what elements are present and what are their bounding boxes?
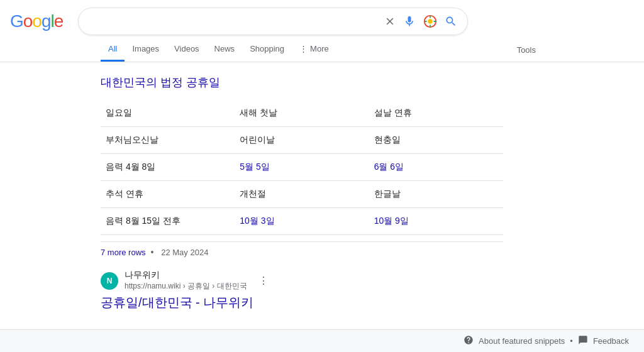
- table-cell: 한글날: [369, 181, 503, 208]
- result-title[interactable]: 공휴일/대한민국 - 나무위키: [101, 294, 503, 311]
- tab-news[interactable]: News: [207, 38, 243, 62]
- clear-button[interactable]: [384, 16, 396, 27]
- tools-button[interactable]: Tools: [509, 39, 543, 61]
- main-content: 대한민국의 법정 공휴일 일요일 새해 첫날 설날 연휴 부처님오신날 어린이날…: [0, 62, 644, 323]
- svg-point-1: [428, 19, 433, 23]
- tab-more[interactable]: ⋮ More: [292, 38, 336, 62]
- search-icon-group: [384, 14, 457, 28]
- table-cell: 음력 8월 15일 전후: [101, 208, 235, 235]
- search-button[interactable]: [445, 15, 457, 28]
- table-cell: 5월 5일: [235, 154, 369, 181]
- table-cell: 6월 6일: [369, 154, 503, 181]
- tab-all[interactable]: All: [101, 38, 125, 62]
- lens-button[interactable]: [423, 14, 437, 28]
- table-link[interactable]: 6월 6일: [374, 162, 404, 172]
- table-row: 부처님오신날 어린이날 현충일: [101, 127, 503, 154]
- search-bar: 한국 휴일 한국어: [78, 8, 468, 35]
- table-link[interactable]: 10월 9일: [374, 216, 409, 226]
- snippet-date: 22 May 2024: [161, 248, 208, 257]
- table-cell: 새해 첫날: [235, 100, 369, 127]
- search-nav: All Images Videos News Shopping ⋮ More T…: [0, 38, 644, 62]
- table-cell: 일요일: [101, 100, 235, 127]
- tab-images[interactable]: Images: [125, 38, 167, 62]
- table-link[interactable]: 5월 5일: [240, 162, 269, 172]
- table-row: 일요일 새해 첫날 설날 연휴: [101, 100, 503, 127]
- result-site-name: 나무위키: [125, 270, 247, 281]
- featured-snippet: 대한민국의 법정 공휴일 일요일 새해 첫날 설날 연휴 부처님오신날 어린이날…: [101, 75, 543, 257]
- search-result: N 나무위키 https://namu.wiki › 공휴일 › 대한민국 ⋮ …: [101, 270, 503, 311]
- table-row: 음력 8월 15일 전후 10월 3일 10월 9일: [101, 208, 503, 235]
- table-link[interactable]: 10월 3일: [240, 216, 274, 226]
- result-menu-button[interactable]: ⋮: [258, 275, 269, 287]
- table-row: 추석 연휴 개천절 한글날: [101, 181, 503, 208]
- tab-videos[interactable]: Videos: [167, 38, 207, 62]
- search-input[interactable]: 한국 휴일 한국어: [89, 16, 384, 27]
- table-cell: 10월 9일: [369, 208, 503, 235]
- table-cell: 음력 4월 8일: [101, 154, 235, 181]
- google-wordmark: Google: [10, 11, 63, 31]
- table-cell: 설날 연휴: [369, 100, 503, 127]
- tab-shopping[interactable]: Shopping: [242, 38, 292, 62]
- header: Google 한국 휴일 한국어: [0, 0, 644, 35]
- result-domain: 나무위키 https://namu.wiki › 공휴일 › 대한민국: [125, 270, 247, 292]
- table-row: 음력 4월 8일 5월 5일 6월 6일: [101, 154, 503, 181]
- table-cell: 부처님오신날: [101, 127, 235, 154]
- voice-search-button[interactable]: [403, 15, 416, 28]
- google-logo: Google: [10, 11, 63, 31]
- result-favicon: N: [101, 272, 118, 290]
- result-source: N 나무위키 https://namu.wiki › 공휴일 › 대한민국 ⋮: [101, 270, 503, 292]
- table-cell: 추석 연휴: [101, 181, 235, 208]
- table-cell: 어린이날: [235, 127, 369, 154]
- table-cell: 개천절: [235, 181, 369, 208]
- more-rows-link[interactable]: 7 more rows: [101, 248, 146, 257]
- snippet-title[interactable]: 대한민국의 법정 공휴일: [101, 75, 543, 90]
- table-cell: 10월 3일: [235, 208, 369, 235]
- holiday-table: 일요일 새해 첫날 설날 연휴 부처님오신날 어린이날 현충일 음력 4월 8일…: [101, 100, 503, 235]
- result-url: https://namu.wiki › 공휴일 › 대한민국: [125, 281, 247, 292]
- table-cell: 현충일: [369, 127, 503, 154]
